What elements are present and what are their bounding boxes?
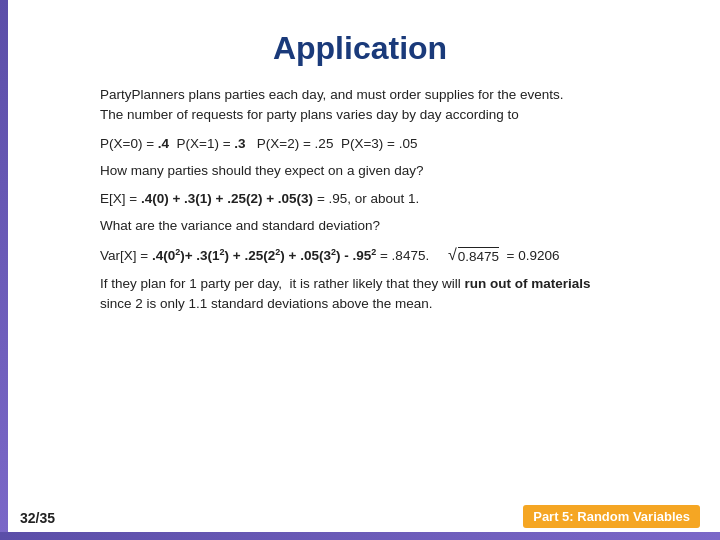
sqrt-content: 0.8475 <box>458 247 499 264</box>
sqrt-symbol: √ <box>448 247 457 263</box>
question1: How many parties should they expect on a… <box>100 161 680 181</box>
p0-value: .4 <box>158 136 169 151</box>
var-bold: .4(02)+ .3(12) + .25(22) + .05(32) - .95… <box>152 248 376 263</box>
bottom-accent-bar <box>0 532 720 540</box>
variance-line: Var[X] = .4(02)+ .3(12) + .25(22) + .05(… <box>100 246 700 264</box>
intro-line1: PartyPlanners plans parties each day, an… <box>100 85 680 105</box>
intro-line2: The number of requests for party plans v… <box>100 105 680 125</box>
conclusion-line1: If they plan for 1 party per day, it is … <box>100 274 680 294</box>
intro-text: PartyPlanners plans parties each day, an… <box>100 85 680 126</box>
question1-text: How many parties should they expect on a… <box>100 161 680 181</box>
section-label: Part 5: Random Variables <box>523 505 700 528</box>
slide-content: Application PartyPlanners plans parties … <box>20 10 700 520</box>
intro-section: PartyPlanners plans parties each day, an… <box>100 85 680 126</box>
question2-text: What are the variance and standard devia… <box>100 216 680 236</box>
conclusion-text: If they plan for 1 party per day, it is … <box>100 274 680 315</box>
question2: What are the variance and standard devia… <box>100 216 680 236</box>
conclusion-line2: since 2 is only 1.1 standard deviations … <box>100 294 680 314</box>
sqrt-expression: √ 0.8475 <box>448 247 499 264</box>
ev-bold: .4(0) + .3(1) + .25(2) + .05(3) <box>141 191 313 206</box>
left-accent-bar <box>0 0 8 540</box>
expected-value-line: E[X] = .4(0) + .3(1) + .25(2) + .05(3) =… <box>100 191 700 206</box>
std-result: = 0.9206 <box>507 248 560 263</box>
page-number: 32/35 <box>20 510 55 526</box>
p1-value: .3 <box>234 136 245 151</box>
slide-title: Application <box>20 30 700 67</box>
probability-line: P(X=0) = .4 P(X=1) = .3 P(X=2) = .25 P(X… <box>100 136 700 151</box>
